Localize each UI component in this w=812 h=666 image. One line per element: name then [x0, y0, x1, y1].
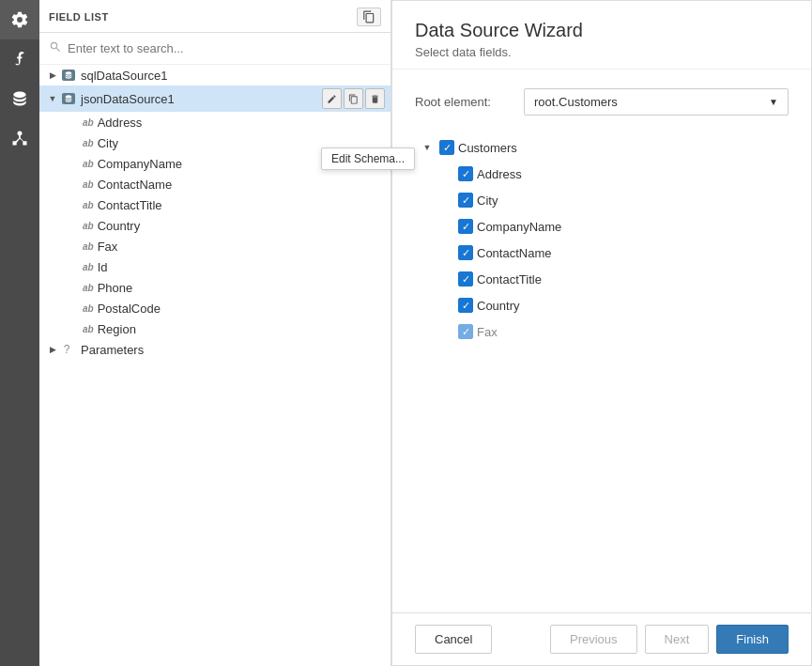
wizard-header: Data Source Wizard Select data fields. — [392, 1, 811, 70]
wizard-field-contacttitle: ✓ ContactTitle — [415, 266, 789, 292]
field-postalcode[interactable]: ▶ ab PostalCode — [39, 298, 391, 318]
wizard-title: Data Source Wizard — [415, 20, 789, 41]
address-checkbox[interactable]: ✓ — [458, 166, 473, 181]
wizard-tree-customers: ▼ ✓ Customers — [415, 134, 789, 161]
delete-datasource-btn[interactable] — [365, 88, 385, 109]
country-checkbox[interactable]: ✓ — [458, 298, 473, 313]
customers-label: Customers — [458, 141, 517, 155]
finish-button[interactable]: Finish — [716, 625, 789, 654]
contacttitle-checkbox[interactable]: ✓ — [458, 271, 473, 287]
network-tool-btn[interactable] — [0, 118, 39, 158]
city-label: City — [477, 194, 498, 208]
sql-datasource-item[interactable]: ▶ sqlDataSource1 — [39, 65, 391, 85]
wizard-field-companyname: ✓ CompanyName — [415, 213, 789, 240]
country-label: Country — [477, 299, 520, 313]
root-element-row: Root element: root.Customers ▼ — [415, 88, 789, 116]
json-datasource-expander[interactable]: ▼ — [45, 91, 60, 106]
wizard-field-contactname: ✓ ContactName — [415, 240, 789, 266]
fax-checkbox[interactable]: ✓ — [458, 324, 473, 339]
fax-label: Fax — [477, 325, 498, 339]
field-list-header: FIELD LIST — [39, 0, 391, 33]
field-contacttitle[interactable]: ▶ ab ContactTitle — [39, 194, 391, 215]
parameters-icon: ? — [60, 343, 77, 356]
edit-schema-tooltip: Edit Schema... — [321, 147, 391, 170]
parameters-expander[interactable]: ▶ — [45, 342, 60, 357]
copy-datasource-btn[interactable] — [344, 88, 363, 109]
cancel-button[interactable]: Cancel — [415, 625, 492, 654]
json-datasource-icon — [60, 92, 77, 105]
field-list-copy-button[interactable] — [357, 8, 381, 26]
json-datasource-label: jsonDataSource1 — [81, 92, 175, 106]
footer-left: Cancel — [415, 625, 492, 654]
next-button[interactable]: Next — [645, 625, 710, 654]
field-address[interactable]: ▶ ab Address — [39, 112, 391, 132]
companyname-checkbox[interactable]: ✓ — [458, 219, 473, 234]
function-tool-btn[interactable] — [0, 39, 39, 79]
wizard-body: Root element: root.Customers ▼ ▼ ✓ Custo… — [392, 70, 811, 612]
wizard-subtitle: Select data fields. — [415, 45, 789, 59]
field-list-panel: FIELD LIST ▶ sqlDataSource — [39, 0, 391, 666]
tool-panel — [0, 0, 39, 666]
wizard-field-address: ✓ Address — [415, 161, 789, 187]
contactname-checkbox[interactable]: ✓ — [458, 245, 473, 260]
field-phone[interactable]: ▶ ab Phone — [39, 277, 391, 298]
select-arrow-icon: ▼ — [769, 97, 778, 107]
edit-schema-btn[interactable] — [322, 88, 342, 109]
wizard-field-city: ✓ City — [415, 187, 789, 213]
field-contactname[interactable]: ▶ ab ContactName — [39, 174, 391, 194]
root-element-select[interactable]: root.Customers ▼ — [524, 88, 789, 116]
field-list-title: FIELD LIST — [49, 11, 109, 23]
datasource-actions — [322, 88, 385, 109]
parameters-label: Parameters — [81, 343, 144, 357]
database-tool-btn[interactable] — [0, 79, 39, 118]
sql-datasource-icon — [60, 69, 77, 82]
wizard-panel: Data Source Wizard Select data fields. R… — [391, 0, 812, 666]
footer-right: Previous Next Finish — [550, 625, 789, 654]
sql-datasource-expander[interactable]: ▶ — [45, 68, 60, 83]
root-element-value: root.Customers — [534, 95, 618, 109]
contacttitle-label: ContactTitle — [477, 272, 542, 287]
field-id[interactable]: ▶ ab Id — [39, 256, 391, 277]
previous-button[interactable]: Previous — [550, 625, 637, 654]
wizard-field-country: ✓ Country — [415, 292, 789, 318]
companyname-label: CompanyName — [477, 220, 561, 234]
search-box — [39, 33, 391, 65]
city-checkbox[interactable]: ✓ — [458, 193, 473, 208]
search-icon — [49, 40, 62, 56]
field-region[interactable]: ▶ ab Region — [39, 318, 391, 339]
wizard-field-fax: ✓ Fax — [415, 318, 789, 345]
root-element-label: Root element: — [415, 95, 509, 109]
wizard-tree: ▼ ✓ Customers ✓ Address — [415, 134, 789, 345]
field-fax[interactable]: ▶ ab Fax — [39, 236, 391, 256]
contactname-label: ContactName — [477, 246, 551, 260]
customers-checkbox[interactable]: ✓ — [439, 140, 454, 155]
field-country[interactable]: ▶ ab Country — [39, 215, 391, 236]
sql-datasource-label: sqlDataSource1 — [81, 69, 168, 83]
json-datasource-item[interactable]: ▼ jsonDataSource1 — [39, 85, 391, 112]
main-content: Data Source Wizard Select data fields. R… — [391, 0, 812, 666]
settings-tool-btn[interactable] — [0, 0, 39, 39]
customers-expander[interactable]: ▼ — [419, 139, 436, 156]
parameters-item[interactable]: ▶ ? Parameters — [39, 339, 391, 360]
address-label: Address — [477, 167, 522, 181]
tree-container: ▶ sqlDataSource1 ▼ jsonDataSourc — [39, 65, 391, 666]
search-input[interactable] — [68, 41, 381, 55]
wizard-footer: Cancel Previous Next Finish — [392, 612, 811, 665]
